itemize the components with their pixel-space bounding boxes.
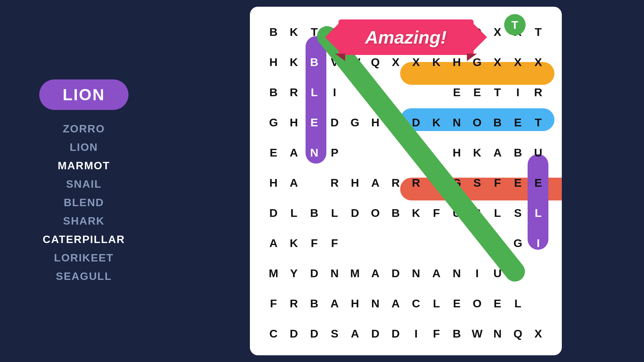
grid-cell[interactable]: N xyxy=(304,137,324,168)
grid-cell[interactable]: A xyxy=(365,168,386,198)
grid-cell[interactable]: D xyxy=(385,318,406,349)
grid-cell[interactable]: L xyxy=(284,198,304,228)
grid-cell[interactable]: I xyxy=(406,228,426,258)
grid-cell[interactable]: X xyxy=(528,318,548,349)
grid-cell[interactable]: H xyxy=(345,168,365,198)
grid-cell[interactable]: E xyxy=(446,288,467,318)
grid-cell[interactable]: O xyxy=(467,107,487,137)
grid-cell[interactable]: A xyxy=(324,288,345,318)
grid-cell[interactable]: D xyxy=(385,258,406,288)
grid-cell[interactable]: E xyxy=(467,77,487,107)
grid-cell[interactable]: X xyxy=(528,47,548,77)
grid-cell[interactable]: I xyxy=(406,318,426,349)
grid-cell[interactable]: T xyxy=(487,77,508,107)
grid-cell[interactable]: K xyxy=(467,137,487,168)
grid-cell[interactable]: W xyxy=(467,318,487,349)
grid-cell[interactable]: E xyxy=(487,288,508,318)
grid-cell[interactable]: A xyxy=(284,137,304,168)
grid-cell[interactable]: S xyxy=(345,137,365,168)
grid-cell[interactable]: G xyxy=(345,107,365,137)
grid-cell[interactable]: A xyxy=(426,258,447,288)
grid-cell[interactable]: U xyxy=(446,198,467,228)
grid-cell[interactable]: B xyxy=(304,288,324,318)
grid-cell[interactable]: H xyxy=(263,47,284,77)
grid-cell[interactable]: H xyxy=(446,137,467,168)
grid-cell[interactable]: D xyxy=(304,168,324,198)
grid-cell[interactable]: I xyxy=(528,228,548,258)
grid-cell[interactable]: M xyxy=(263,258,284,288)
grid-cell[interactable]: K xyxy=(406,198,426,228)
grid-cell[interactable]: B xyxy=(304,198,324,228)
grid-cell[interactable]: L xyxy=(304,77,324,107)
grid-cell[interactable]: E xyxy=(446,77,467,107)
grid-cell[interactable]: B xyxy=(263,77,284,107)
grid-cell[interactable]: I xyxy=(406,137,426,168)
grid-cell[interactable]: O xyxy=(365,198,386,228)
grid-cell[interactable]: L xyxy=(508,288,528,318)
grid-cell[interactable]: K xyxy=(284,228,304,258)
grid-cell[interactable]: O xyxy=(365,228,386,258)
grid-cell[interactable]: I xyxy=(324,77,345,107)
grid-cell[interactable]: S xyxy=(508,198,528,228)
grid-cell[interactable]: C xyxy=(263,318,284,349)
grid-cell[interactable]: O xyxy=(528,258,548,288)
grid-cell[interactable]: L xyxy=(324,198,345,228)
grid-cell[interactable]: R xyxy=(385,228,406,258)
grid-cell[interactable]: F xyxy=(263,288,284,318)
grid-cell[interactable]: D xyxy=(284,318,304,349)
grid-cell[interactable]: D xyxy=(304,258,324,288)
grid-cell[interactable]: A xyxy=(385,137,406,168)
grid-cell[interactable]: F xyxy=(487,168,508,198)
grid-cell[interactable]: H xyxy=(263,168,284,198)
grid-cell[interactable]: O xyxy=(426,77,447,107)
grid-cell[interactable]: B xyxy=(487,107,508,137)
grid-cell[interactable]: E xyxy=(508,107,528,137)
grid-cell[interactable]: L xyxy=(345,228,365,258)
grid-cell[interactable]: E xyxy=(528,168,548,198)
grid-cell[interactable]: L xyxy=(426,288,447,318)
grid-cell[interactable]: N xyxy=(487,318,508,349)
grid-cell[interactable]: B xyxy=(263,17,284,47)
grid-cell[interactable]: G xyxy=(446,168,467,198)
grid-cell[interactable]: Z xyxy=(345,77,365,107)
grid-cell[interactable]: H xyxy=(345,288,365,318)
grid-cell[interactable]: E xyxy=(508,168,528,198)
grid-cell[interactable]: R xyxy=(284,77,304,107)
grid-cell[interactable]: R xyxy=(284,288,304,318)
grid-cell[interactable]: N xyxy=(406,258,426,288)
grid-cell[interactable]: R xyxy=(528,77,548,107)
grid-cell[interactable]: R xyxy=(385,77,406,107)
grid-cell[interactable]: F xyxy=(426,198,447,228)
grid-cell[interactable]: C xyxy=(426,168,447,198)
grid-cell[interactable]: F xyxy=(304,228,324,258)
grid-cell[interactable]: K xyxy=(426,228,447,258)
grid-cell[interactable]: S xyxy=(324,318,345,349)
grid-cell[interactable]: I xyxy=(508,77,528,107)
grid-cell[interactable]: A xyxy=(345,318,365,349)
grid-cell[interactable]: T xyxy=(385,107,406,137)
grid-cell[interactable]: H xyxy=(284,107,304,137)
grid-cell[interactable]: D xyxy=(365,318,386,349)
grid-cell[interactable]: N xyxy=(365,137,386,168)
grid-cell[interactable]: B xyxy=(508,137,528,168)
grid-cell[interactable]: R xyxy=(406,168,426,198)
grid-cell[interactable]: F xyxy=(426,318,447,349)
grid-cell[interactable]: H xyxy=(365,107,386,137)
grid-cell[interactable]: G xyxy=(508,228,528,258)
grid-cell[interactable]: L xyxy=(528,198,548,228)
grid-cell[interactable]: D xyxy=(406,107,426,137)
grid-cell[interactable]: L xyxy=(426,137,447,168)
grid-cell[interactable]: M xyxy=(345,258,365,288)
grid-cell[interactable]: R xyxy=(385,168,406,198)
grid-cell[interactable]: Q xyxy=(508,318,528,349)
grid-cell[interactable]: A xyxy=(487,137,508,168)
grid-cell[interactable]: T xyxy=(528,17,548,47)
grid-cell[interactable]: P xyxy=(324,137,345,168)
grid-cell[interactable]: L xyxy=(487,198,508,228)
grid-cell[interactable]: C xyxy=(406,288,426,318)
grid-cell[interactable]: N xyxy=(446,258,467,288)
grid-cell[interactable]: F xyxy=(324,228,345,258)
grid-cell[interactable]: S xyxy=(467,168,487,198)
grid-cell[interactable]: O xyxy=(467,288,487,318)
grid-cell[interactable]: A xyxy=(263,228,284,258)
